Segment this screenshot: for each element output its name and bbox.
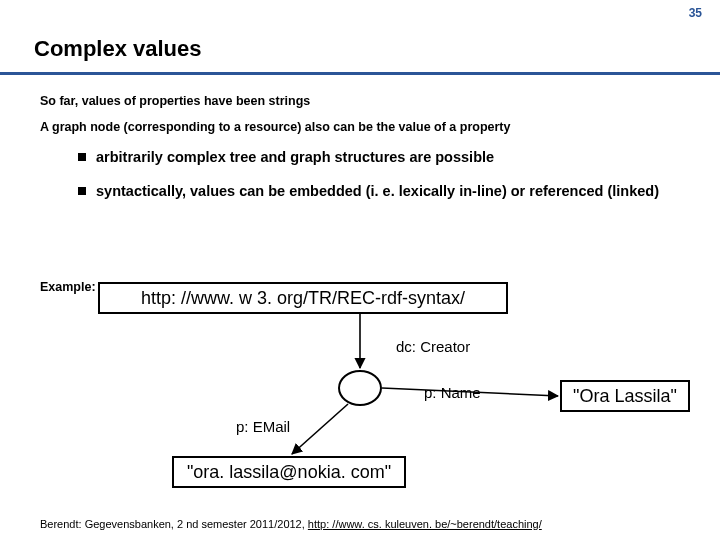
intro-line-2: A graph node (corresponding to a resourc…: [40, 120, 510, 134]
bullet-square-icon: [78, 153, 86, 161]
bullet-list: arbitrarily complex tree and graph struc…: [78, 148, 668, 215]
page-number: 35: [689, 6, 702, 20]
bullet-text: syntactically, values can be embedded (i…: [96, 182, 659, 202]
list-item: syntactically, values can be embedded (i…: [78, 182, 668, 202]
bullet-text: arbitrarily complex tree and graph struc…: [96, 148, 494, 168]
diagram-email-value-box: "ora. lassila@nokia. com": [172, 456, 406, 488]
diagram-name-value-box: "Ora Lassila": [560, 380, 690, 412]
edge-label-email: p: EMail: [236, 418, 290, 435]
slide-title: Complex values: [34, 36, 202, 62]
example-label: Example:: [40, 280, 96, 294]
footer: Berendt: Gegevensbanken, 2 nd semester 2…: [40, 518, 542, 530]
list-item: arbitrarily complex tree and graph struc…: [78, 148, 668, 168]
diagram-root-uri-box: http: //www. w 3. org/TR/REC-rdf-syntax/: [98, 282, 508, 314]
footer-link[interactable]: http: //www. cs. kuleuven. be/~berendt/t…: [308, 518, 542, 530]
title-divider: [0, 72, 720, 75]
edge-label-name: p: Name: [424, 384, 481, 401]
svg-line-2: [292, 404, 348, 454]
bullet-square-icon: [78, 187, 86, 195]
slide: 35 Complex values So far, values of prop…: [0, 0, 720, 540]
edge-label-creator: dc: Creator: [396, 338, 470, 355]
footer-text: Berendt: Gegevensbanken, 2 nd semester 2…: [40, 518, 308, 530]
intro-line-1: So far, values of properties have been s…: [40, 94, 310, 108]
diagram-blank-node: [338, 370, 382, 406]
